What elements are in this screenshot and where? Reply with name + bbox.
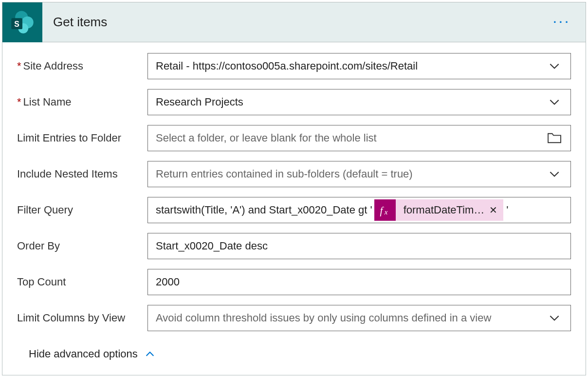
chevron-down-icon	[546, 168, 563, 180]
top-count-input[interactable]: 2000	[147, 269, 571, 295]
list-name-dropdown[interactable]: Research Projects	[147, 89, 571, 115]
toggle-advanced-options[interactable]: Hide advanced options	[29, 348, 571, 360]
chevron-up-icon	[145, 349, 155, 359]
field-row-limit-columns: Limit Columns by View Avoid column thres…	[17, 305, 571, 331]
sharepoint-logo-tile: S	[2, 2, 42, 42]
fx-expression-icon: f x	[374, 199, 396, 221]
chevron-down-icon	[546, 60, 563, 72]
field-label: Limit Columns by View	[17, 312, 147, 324]
field-label: Include Nested Items	[17, 168, 147, 180]
field-row-order-by: Order By Start_x0020_Date desc	[17, 233, 571, 259]
svg-text:f: f	[380, 205, 384, 216]
svg-text:S: S	[14, 19, 19, 28]
include-nested-dropdown[interactable]: Return entries contained in sub-folders …	[147, 161, 571, 187]
field-row-include-nested: Include Nested Items Return entries cont…	[17, 161, 571, 187]
field-row-list-name: *List Name Research Projects	[17, 89, 571, 115]
field-row-site-address: *Site Address Retail - https://contoso00…	[17, 53, 571, 79]
field-label: Top Count	[17, 276, 147, 288]
filter-query-text: startswith(Title, 'A') and Start_x0020_D…	[156, 204, 372, 216]
folder-picker-icon[interactable]	[546, 132, 563, 144]
svg-text:x: x	[384, 208, 387, 216]
field-row-limit-folder: Limit Entries to Folder Select a folder,…	[17, 125, 571, 151]
required-marker: *	[17, 60, 21, 72]
order-by-input[interactable]: Start_x0020_Date desc	[147, 233, 571, 259]
expression-token-label: formatDateTim…	[404, 204, 485, 216]
limit-columns-dropdown[interactable]: Avoid column threshold issues by only us…	[147, 305, 571, 331]
filter-query-trailing: '	[506, 204, 508, 216]
limit-folder-input[interactable]: Select a folder, or leave blank for the …	[147, 125, 571, 151]
action-title: Get items	[53, 15, 553, 30]
field-row-top-count: Top Count 2000	[17, 269, 571, 295]
action-header: S Get items ···	[2, 2, 586, 42]
toggle-advanced-label: Hide advanced options	[29, 348, 138, 360]
required-marker: *	[17, 96, 21, 108]
field-label: Filter Query	[17, 204, 147, 216]
site-address-dropdown[interactable]: Retail - https://contoso005a.sharepoint.…	[147, 53, 571, 79]
remove-token-icon[interactable]: ✕	[489, 204, 497, 216]
action-body: *Site Address Retail - https://contoso00…	[2, 42, 586, 375]
chevron-down-icon	[546, 96, 563, 108]
field-label: *Site Address	[17, 60, 147, 72]
more-menu-icon[interactable]: ···	[553, 16, 571, 29]
expression-token[interactable]: formatDateTim… ✕	[396, 199, 504, 221]
field-label: Limit Entries to Folder	[17, 132, 147, 144]
field-label: Order By	[17, 240, 147, 252]
field-label: *List Name	[17, 96, 147, 108]
filter-query-input[interactable]: startswith(Title, 'A') and Start_x0020_D…	[147, 197, 571, 223]
sharepoint-icon: S	[9, 9, 36, 36]
field-row-filter-query: Filter Query startswith(Title, 'A') and …	[17, 197, 571, 223]
chevron-down-icon	[546, 312, 563, 324]
action-card: S Get items ··· *Site Address Retail - h…	[2, 2, 586, 375]
